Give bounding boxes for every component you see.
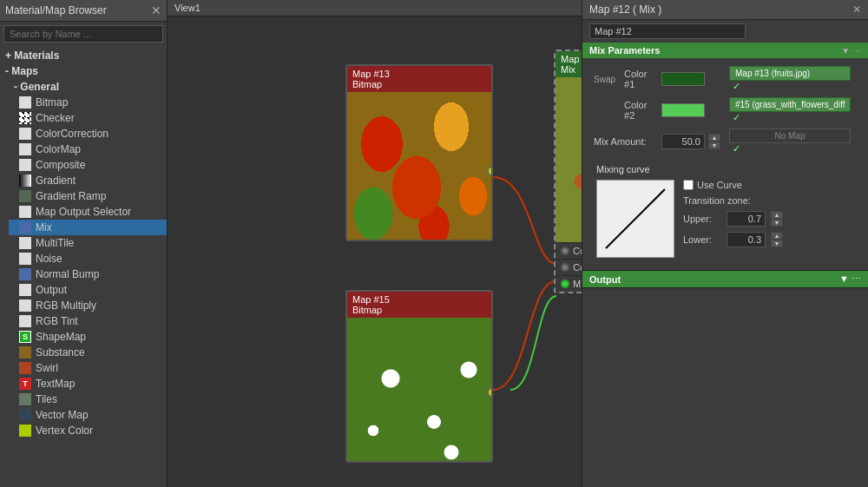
- lower-down[interactable]: ▼: [771, 240, 783, 247]
- sidebar-item-multitile[interactable]: MultiTile: [9, 235, 167, 251]
- curve-controls: Use Curve Transition zone: Upper: ▲ ▼: [683, 180, 783, 247]
- color2-label: Color #2: [624, 100, 647, 121]
- swap-spacer: [589, 95, 620, 126]
- color2-swatch[interactable]: [661, 103, 705, 117]
- color1-label: Color #1: [624, 69, 647, 89]
- node13-output-socket[interactable]: [487, 166, 491, 176]
- substance-icon: [19, 346, 31, 359]
- color2-check: ✓: [733, 112, 740, 122]
- maps-header[interactable]: - Maps: [0, 63, 167, 79]
- general-header[interactable]: - General: [9, 79, 167, 95]
- node12-thumbnail: [556, 77, 582, 242]
- lower-row: Lower: ▲ ▼: [683, 232, 783, 247]
- port-mix-amount-label: Mix Amount: [573, 279, 582, 289]
- sidebar-item-gradient-ramp[interactable]: Gradient Ramp: [9, 188, 167, 204]
- color2-swatch-cell[interactable]: [657, 95, 725, 126]
- sidebar-item-mix[interactable]: Mix: [9, 220, 167, 235]
- gradient-ramp-icon: [19, 190, 31, 202]
- mix-parameters-header[interactable]: Mix Parameters ▼ ⋯: [582, 43, 868, 58]
- sidebar-item-vertex-color[interactable]: Vertex Color: [9, 423, 167, 438]
- port-color1-label: Color 1: [573, 246, 582, 256]
- rgb-multiply-icon: [19, 299, 31, 312]
- color2-map-button[interactable]: #15 (grass_with_flowers_diff: [729, 97, 851, 112]
- name-row: [582, 20, 868, 43]
- canvas[interactable]: Map #13Bitmap Map #15Bitmap Map #12Mix: [168, 16, 582, 484]
- mix-parameters-body: Swap Color #1 Map #13 (fruits.jpg) ✓: [582, 58, 868, 270]
- no-map-button[interactable]: No Map: [729, 128, 851, 143]
- sidebar-item-bitmap[interactable]: Bitmap: [9, 95, 167, 110]
- sidebar-item-colorcorrection[interactable]: ColorCorrection: [9, 126, 167, 141]
- color1-swatch-cell[interactable]: [657, 63, 725, 95]
- search-input[interactable]: [3, 25, 163, 43]
- materials-header[interactable]: + Materials: [0, 48, 167, 63]
- sidebar-item-rgb-tint[interactable]: RGB Tint: [9, 313, 167, 329]
- sidebar-item-normal-bump[interactable]: Normal Bump: [9, 267, 167, 282]
- checker-icon: [19, 112, 31, 124]
- upper-down[interactable]: ▼: [771, 219, 783, 227]
- map-output-selector-icon: [19, 206, 31, 218]
- sidebar-item-shapemap[interactable]: S ShapeMap: [9, 329, 167, 345]
- sidebar-item-checker[interactable]: Checker: [9, 110, 167, 126]
- color1-swatch[interactable]: [661, 72, 705, 86]
- sidebar-item-colormap[interactable]: ColorMap: [9, 141, 167, 157]
- node13-header: Map #13Bitmap: [347, 66, 491, 92]
- mix-preview: [556, 77, 582, 242]
- node-mix-12[interactable]: Map #12Mix ≡ Color 1 Color 2: [554, 49, 582, 293]
- properties-close-button[interactable]: ✕: [852, 3, 861, 16]
- upper-label: Upper:: [683, 214, 721, 224]
- map-name-input[interactable]: [589, 23, 746, 39]
- sidebar-item-gradient[interactable]: Gradient: [9, 173, 167, 188]
- lower-input[interactable]: [727, 232, 766, 247]
- sidebar-item-output[interactable]: Output: [9, 282, 167, 298]
- sidebar-item-noise[interactable]: Noise: [9, 251, 167, 267]
- color2-map-cell: #15 (grass_with_flowers_diff ✓: [725, 95, 861, 126]
- sidebar-item-textmap[interactable]: T TextMap: [9, 376, 167, 392]
- node13-title: Map #13Bitmap: [352, 69, 390, 89]
- tiles-icon: [19, 393, 31, 405]
- sidebar-item-tiles[interactable]: Tiles: [9, 392, 167, 407]
- output-icon: [19, 284, 31, 296]
- sidebar-item-swirl[interactable]: Swirl: [9, 360, 167, 376]
- color1-label-cell: Color #1: [620, 63, 657, 95]
- curve-display[interactable]: [596, 180, 674, 258]
- material-map-browser: Material/Map Browser ✕ + Materials - Map…: [0, 0, 168, 487]
- lower-up[interactable]: ▲: [771, 232, 783, 240]
- sidebar-item-vector-map[interactable]: Vector Map: [9, 407, 167, 423]
- node12-title: Map #12Mix: [561, 54, 582, 75]
- upper-input[interactable]: [727, 211, 766, 227]
- node-editor: View1 Map #13Bitmap Map #15Bitmap: [168, 0, 582, 487]
- browser-close-button[interactable]: ✕: [151, 3, 161, 17]
- normal-bump-icon: [19, 268, 31, 280]
- upper-up[interactable]: ▲: [771, 211, 783, 219]
- use-curve-row: Use Curve: [683, 180, 783, 190]
- node-bitmap-13[interactable]: Map #13Bitmap: [345, 64, 493, 241]
- color1-map-cell: Map #13 (fruits.jpg) ✓: [725, 63, 861, 95]
- sidebar-item-rgb-multiply[interactable]: RGB Multiply: [9, 298, 167, 313]
- node12-header: Map #12Mix ≡: [556, 51, 582, 77]
- materials-section: + Materials - Maps - General Bitmap Chec…: [0, 46, 167, 440]
- sidebar-item-composite[interactable]: Composite: [9, 157, 167, 173]
- mix-amount-up[interactable]: ▲: [708, 134, 720, 141]
- port-mix-amount-socket[interactable]: [561, 280, 569, 288]
- use-curve-label: Use Curve: [697, 180, 742, 190]
- colorcorrection-icon: [19, 128, 31, 140]
- port-color2-socket[interactable]: [561, 263, 569, 272]
- node15-output-socket[interactable]: [487, 387, 491, 398]
- mix-amount-down[interactable]: ▼: [708, 141, 720, 149]
- shapemap-icon: S: [19, 331, 31, 343]
- port-color1-socket[interactable]: [561, 247, 569, 255]
- sidebar-item-substance[interactable]: Substance: [9, 345, 167, 360]
- use-curve-checkbox[interactable]: [683, 180, 694, 190]
- color1-map-button[interactable]: Map #13 (fruits.jpg): [729, 66, 851, 81]
- sidebar-item-map-output-selector[interactable]: Map Output Selector: [9, 204, 167, 220]
- node15-header: Map #15Bitmap: [347, 292, 491, 318]
- node-bitmap-15[interactable]: Map #15Bitmap: [345, 290, 493, 463]
- output-label: Output: [589, 274, 621, 285]
- mixing-curve-label: Mixing curve: [596, 164, 854, 174]
- swap-label: Swap: [594, 75, 615, 84]
- mix-amount-input[interactable]: [661, 134, 705, 149]
- upper-row: Upper: ▲ ▼: [683, 211, 783, 227]
- output-section-header[interactable]: Output ▼ ⋯: [582, 271, 868, 287]
- color1-check: ✓: [733, 81, 740, 91]
- bitmap-icon: [19, 96, 31, 109]
